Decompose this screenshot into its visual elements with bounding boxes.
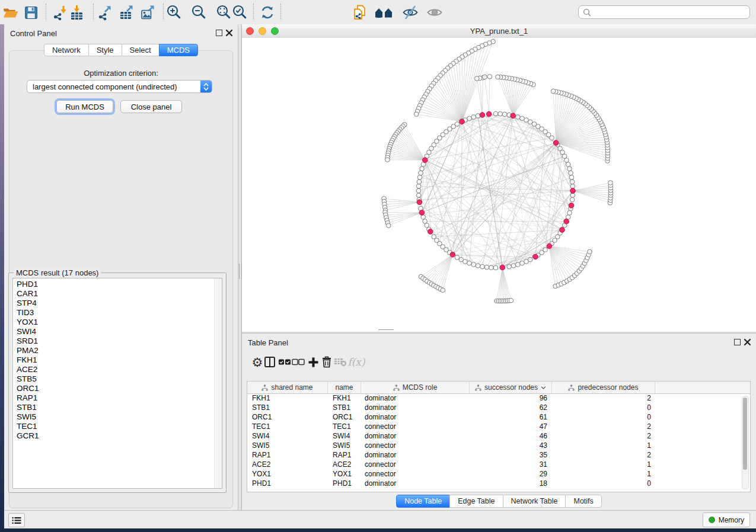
- table-cell[interactable]: ORC1: [247, 412, 328, 422]
- tab-network[interactable]: Network: [44, 44, 89, 56]
- table-cell[interactable]: dominator: [361, 479, 470, 488]
- column-header-mcds-role[interactable]: MCDS role: [361, 382, 470, 393]
- mcds-result-item[interactable]: STB1: [17, 403, 222, 412]
- tab-select[interactable]: Select: [122, 44, 160, 56]
- table-cell[interactable]: STB1: [247, 403, 328, 412]
- mcds-hub-node[interactable]: [480, 113, 485, 118]
- mcds-hub-node[interactable]: [569, 203, 574, 209]
- mcds-hub-node[interactable]: [417, 200, 422, 205]
- clone-network-icon[interactable]: [350, 3, 370, 22]
- task-history-button[interactable]: [8, 513, 25, 527]
- network-leaf-node[interactable]: [441, 288, 445, 293]
- table-cell[interactable]: dominator: [361, 412, 470, 422]
- table-cell[interactable]: FKH1: [247, 393, 328, 403]
- network-node[interactable]: [520, 261, 525, 265]
- table-cell[interactable]: dominator: [361, 450, 470, 460]
- network-node[interactable]: [416, 184, 421, 189]
- network-node[interactable]: [471, 262, 476, 267]
- table-row[interactable]: FKH1FKH1dominator962: [247, 393, 750, 403]
- mcds-result-item[interactable]: SWI5: [17, 412, 222, 422]
- table-row[interactable]: STB1STB1dominator620: [247, 403, 750, 412]
- network-leaf-node[interactable]: [414, 112, 419, 117]
- network-leaf-node[interactable]: [385, 158, 390, 162]
- table-cell[interactable]: PHD1: [328, 479, 361, 488]
- network-node[interactable]: [419, 171, 423, 175]
- table-cell[interactable]: 2: [552, 393, 655, 403]
- column-header-predecessor-nodes[interactable]: predecessor nodes: [552, 382, 655, 393]
- network-node[interactable]: [421, 215, 426, 220]
- network-window-titlebar[interactable]: YPA_prune.txt_1: [242, 24, 756, 39]
- mcds-result-item[interactable]: ACE2: [17, 365, 222, 374]
- table-row[interactable]: ORC1ORC1dominator610: [247, 412, 750, 422]
- table-cell[interactable]: connector: [361, 469, 470, 479]
- network-leaf-node[interactable]: [475, 76, 480, 81]
- network-node[interactable]: [569, 171, 573, 175]
- table-cell[interactable]: dominator: [361, 403, 470, 412]
- table-cell[interactable]: 35: [470, 450, 552, 460]
- table-cell[interactable]: 43: [470, 441, 552, 450]
- table-cell[interactable]: PHD1: [247, 479, 328, 488]
- table-row[interactable]: PHD1PHD1dominator180: [247, 479, 750, 488]
- network-node[interactable]: [566, 162, 570, 167]
- network-node[interactable]: [417, 175, 422, 180]
- export-network-icon[interactable]: [95, 3, 115, 22]
- table-cell[interactable]: connector: [361, 460, 470, 469]
- table-cell[interactable]: 29: [470, 469, 552, 479]
- table-cell[interactable]: connector: [361, 441, 470, 450]
- mcds-hub-node[interactable]: [460, 119, 465, 124]
- table-row[interactable]: YOX1YOX1connector291: [247, 469, 750, 479]
- table-cell[interactable]: 0: [552, 412, 655, 422]
- mcds-hub-node[interactable]: [547, 243, 552, 249]
- table-cell[interactable]: RAP1: [247, 450, 328, 460]
- network-node[interactable]: [511, 264, 516, 268]
- table-cell[interactable]: RAP1: [328, 450, 361, 460]
- table-cell[interactable]: 62: [470, 403, 552, 412]
- network-node[interactable]: [416, 193, 421, 198]
- mcds-result-item[interactable]: FKH1: [17, 355, 222, 365]
- table-cell[interactable]: 18: [470, 479, 552, 488]
- mcds-result-item[interactable]: CAR1: [17, 289, 222, 299]
- table-cell[interactable]: YOX1: [328, 469, 361, 479]
- network-node[interactable]: [507, 264, 512, 269]
- table-cell[interactable]: TEC1: [247, 422, 328, 431]
- table-cell[interactable]: 2: [552, 422, 655, 431]
- first-neighbors-icon[interactable]: [374, 3, 394, 22]
- tab-mcds[interactable]: MCDS: [159, 44, 198, 56]
- table-cell[interactable]: 96: [470, 393, 552, 403]
- tab-node-table[interactable]: Node Table: [396, 495, 450, 508]
- table-cell[interactable]: YOX1: [247, 469, 328, 479]
- mcds-hub-node[interactable]: [423, 158, 428, 163]
- function-builder-icon[interactable]: f(x): [345, 353, 368, 371]
- table-cell[interactable]: dominator: [361, 431, 470, 441]
- table-cell[interactable]: ACE2: [247, 460, 328, 469]
- network-node[interactable]: [476, 114, 480, 118]
- column-header-name[interactable]: name: [328, 382, 361, 393]
- table-cell[interactable]: 31: [470, 460, 552, 469]
- mcds-result-item[interactable]: YOX1: [17, 318, 222, 327]
- table-cell[interactable]: 1: [552, 441, 655, 450]
- search-input[interactable]: [594, 8, 749, 17]
- network-node[interactable]: [484, 265, 489, 270]
- network-node[interactable]: [569, 175, 574, 180]
- network-node[interactable]: [416, 188, 421, 193]
- float-table-panel-icon[interactable]: [734, 339, 741, 345]
- refresh-layout-icon[interactable]: [257, 3, 277, 22]
- network-node[interactable]: [493, 111, 498, 116]
- mcds-result-item[interactable]: GCR1: [17, 431, 222, 441]
- table-cell[interactable]: STB1: [328, 403, 361, 412]
- network-node[interactable]: [528, 257, 533, 262]
- mcds-result-item[interactable]: STB5: [17, 374, 222, 384]
- network-node[interactable]: [543, 248, 548, 252]
- network-graph[interactable]: [242, 38, 756, 332]
- network-node[interactable]: [476, 264, 480, 268]
- table-cell[interactable]: 1: [552, 460, 655, 469]
- table-cell[interactable]: 0: [552, 403, 655, 412]
- tab-style[interactable]: Style: [88, 44, 122, 56]
- table-cell[interactable]: SWI5: [247, 441, 328, 450]
- network-node[interactable]: [471, 115, 476, 120]
- network-leaf-node[interactable]: [483, 75, 487, 79]
- mcds-result-item[interactable]: TEC1: [17, 422, 222, 431]
- mcds-hub-node[interactable]: [428, 229, 433, 235]
- table-cell[interactable]: 2: [552, 450, 655, 460]
- mcds-result-item[interactable]: PHD1: [17, 280, 222, 289]
